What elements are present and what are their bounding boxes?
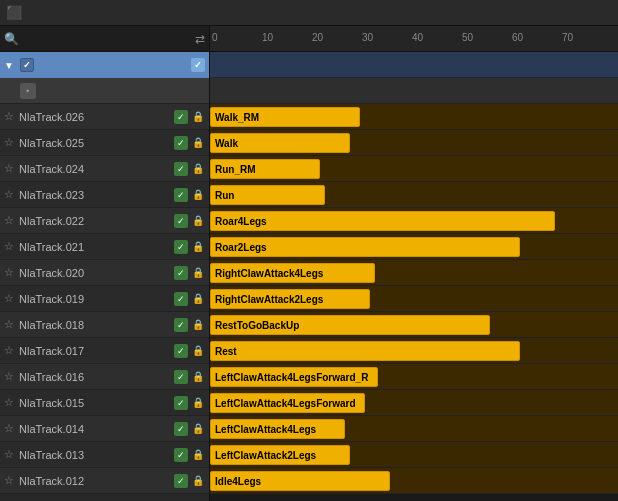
timeline-track-row: Walk_RM — [210, 104, 618, 130]
track-name: NlaTrack.018 — [19, 319, 171, 331]
bear-check[interactable]: ✓ — [191, 58, 205, 72]
track-checkbox[interactable]: ✓ — [174, 448, 188, 462]
timeline-tick-label: 40 — [412, 32, 423, 43]
track-lock-icon[interactable]: 🔒 — [191, 266, 205, 280]
swap-icon[interactable]: ⇄ — [195, 32, 205, 46]
track-name: NlaTrack.025 — [19, 137, 171, 149]
no-action-row[interactable]: ▪ — [0, 78, 209, 104]
track-checkbox[interactable]: ✓ — [174, 240, 188, 254]
star-icon[interactable]: ☆ — [4, 240, 14, 253]
track-checkbox[interactable]: ✓ — [174, 344, 188, 358]
track-lock-icon[interactable]: 🔒 — [191, 448, 205, 462]
track-lock-icon[interactable]: 🔒 — [191, 240, 205, 254]
track-row: ☆ NlaTrack.020 ✓ 🔒 — [0, 260, 209, 286]
action-clip[interactable]: RightClawAttack4Legs — [210, 263, 375, 283]
timeline-track-row: LeftClawAttack4Legs — [210, 416, 618, 442]
action-clip[interactable]: Rest — [210, 341, 520, 361]
track-checkbox[interactable]: ✓ — [174, 292, 188, 306]
star-icon[interactable]: ☆ — [4, 266, 14, 279]
star-icon[interactable]: ☆ — [4, 422, 14, 435]
track-checkbox[interactable]: ✓ — [174, 188, 188, 202]
action-clip[interactable]: Run_RM — [210, 159, 320, 179]
track-lock-icon[interactable]: 🔒 — [191, 396, 205, 410]
track-name: NlaTrack.015 — [19, 397, 171, 409]
track-checkbox[interactable]: ✓ — [174, 396, 188, 410]
star-icon[interactable]: ☆ — [4, 136, 14, 149]
star-icon[interactable]: ☆ — [4, 396, 14, 409]
timeline-tick-label: 70 — [562, 32, 573, 43]
track-checkbox[interactable]: ✓ — [174, 136, 188, 150]
track-lock-icon[interactable]: 🔒 — [191, 136, 205, 150]
timeline-track-row: Roar2Legs — [210, 234, 618, 260]
track-row: ☆ NlaTrack.024 ✓ 🔒 — [0, 156, 209, 182]
action-clip[interactable]: Idle4Legs — [210, 471, 390, 491]
bear-checkbox[interactable]: ✓ — [20, 58, 34, 72]
track-lock-icon[interactable]: 🔒 — [191, 162, 205, 176]
track-name: NlaTrack.017 — [19, 345, 171, 357]
star-icon[interactable]: ☆ — [4, 214, 14, 227]
timeline-track-row: Roar4Legs — [210, 208, 618, 234]
star-icon[interactable]: ☆ — [4, 344, 14, 357]
track-name: NlaTrack.019 — [19, 293, 171, 305]
action-clip[interactable]: LeftClawAttack4Legs — [210, 419, 345, 439]
timeline-tick-label: 30 — [362, 32, 373, 43]
timeline-track-row: RightClawAttack4Legs — [210, 260, 618, 286]
action-clip[interactable]: RightClawAttack2Legs — [210, 289, 370, 309]
action-clip[interactable]: LeftClawAttack4LegsForward — [210, 393, 365, 413]
star-icon[interactable]: ☆ — [4, 110, 14, 123]
track-lock-icon[interactable]: 🔒 — [191, 318, 205, 332]
track-name: NlaTrack.013 — [19, 449, 171, 461]
track-row: ☆ NlaTrack.023 ✓ 🔒 — [0, 182, 209, 208]
track-checkbox[interactable]: ✓ — [174, 162, 188, 176]
star-icon[interactable]: ☆ — [4, 448, 14, 461]
star-icon[interactable]: ☆ — [4, 188, 14, 201]
search-icon: 🔍 — [4, 32, 19, 46]
star-icon[interactable]: ☆ — [4, 318, 14, 331]
timeline-track-row: RightClawAttack2Legs — [210, 286, 618, 312]
track-name: NlaTrack.012 — [19, 475, 171, 487]
app-icon[interactable]: ⬛ — [4, 3, 24, 23]
timeline-body: Walk_RMWalkRun_RMRunRoar4LegsRoar2LegsRi… — [210, 52, 618, 501]
action-clip[interactable]: Roar4Legs — [210, 211, 555, 231]
track-lock-icon[interactable]: 🔒 — [191, 370, 205, 384]
action-clip[interactable]: Run — [210, 185, 325, 205]
search-input[interactable] — [23, 33, 191, 45]
star-icon[interactable]: ☆ — [4, 370, 14, 383]
track-name: NlaTrack.014 — [19, 423, 171, 435]
track-checkbox[interactable]: ✓ — [174, 474, 188, 488]
track-row: ☆ NlaTrack.026 ✓ 🔒 — [0, 104, 209, 130]
track-checkbox[interactable]: ✓ — [174, 318, 188, 332]
expand-icon[interactable]: ▼ — [4, 60, 14, 71]
track-checkbox[interactable]: ✓ — [174, 214, 188, 228]
track-name: NlaTrack.024 — [19, 163, 171, 175]
action-clip[interactable]: Walk_RM — [210, 107, 360, 127]
track-lock-icon[interactable]: 🔒 — [191, 422, 205, 436]
action-clip[interactable]: LeftClawAttack2Legs — [210, 445, 350, 465]
action-clip[interactable]: Roar2Legs — [210, 237, 520, 257]
action-clip[interactable]: Walk — [210, 133, 350, 153]
star-icon[interactable]: ☆ — [4, 292, 14, 305]
track-lock-icon[interactable]: 🔒 — [191, 188, 205, 202]
track-checkbox[interactable]: ✓ — [174, 422, 188, 436]
track-row: ☆ NlaTrack.021 ✓ 🔒 — [0, 234, 209, 260]
action-clip[interactable]: RestToGoBackUp — [210, 315, 490, 335]
timeline-numbers: 010203040506070 — [210, 26, 618, 51]
track-checkbox[interactable]: ✓ — [174, 110, 188, 124]
track-row: ☆ NlaTrack.016 ✓ 🔒 — [0, 364, 209, 390]
track-lock-icon[interactable]: 🔒 — [191, 214, 205, 228]
star-icon[interactable]: ☆ — [4, 162, 14, 175]
track-lock-icon[interactable]: 🔒 — [191, 344, 205, 358]
timeline-track-row: Rest — [210, 338, 618, 364]
toolbar: ⬛ — [0, 0, 618, 26]
timeline-track-row: Walk — [210, 130, 618, 156]
action-clip[interactable]: LeftClawAttack4LegsForward_R — [210, 367, 378, 387]
star-icon[interactable]: ☆ — [4, 474, 14, 487]
bear-row[interactable]: ▼ ✓ ✓ — [0, 52, 209, 78]
track-lock-icon[interactable]: 🔒 — [191, 474, 205, 488]
track-lock-icon[interactable]: 🔒 — [191, 110, 205, 124]
bear-actions: ✓ — [191, 58, 205, 72]
track-row: ☆ NlaTrack.022 ✓ 🔒 — [0, 208, 209, 234]
track-lock-icon[interactable]: 🔒 — [191, 292, 205, 306]
track-checkbox[interactable]: ✓ — [174, 370, 188, 384]
track-checkbox[interactable]: ✓ — [174, 266, 188, 280]
